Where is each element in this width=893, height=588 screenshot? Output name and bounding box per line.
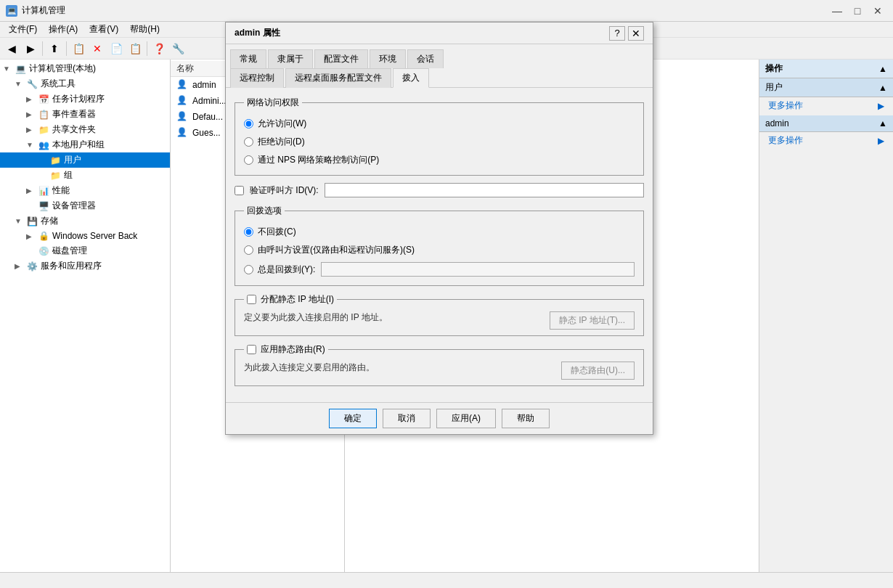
tree-item-diskmgmt[interactable]: 💿 磁盘管理 [0, 243, 170, 258]
disk-icon: 💿 [38, 245, 49, 257]
tree-item-localusers[interactable]: ▼ 👥 本地用户和组 [0, 137, 170, 152]
actions-more-actions-admin[interactable]: 更多操作 ▶ [759, 132, 893, 149]
tree-item-taskscheduler[interactable]: ▶ 📅 任务计划程序 [0, 91, 170, 107]
verify-caller-row: 验证呼叫方 ID(V): [235, 183, 644, 197]
toolbar-separator-3 [147, 41, 147, 56]
actions-more-icon: ▶ [878, 101, 884, 111]
calendar-icon: 📅 [38, 94, 49, 105]
expand-icon: ▶ [26, 232, 38, 240]
radio-always-callback[interactable]: 总是回拨到(Y): [244, 264, 315, 276]
radio-nps-access[interactable]: 通过 NPS 网络策略控制访问(P) [244, 154, 635, 166]
actions-more-admin-label: 更多操作 [768, 134, 803, 147]
radio-nps-label: 通过 NPS 网络策略控制访问(P) [258, 154, 379, 166]
minimize-button[interactable]: — [828, 4, 847, 18]
tab-remote-desktop[interactable]: 远程桌面服务配置文件 [285, 68, 391, 88]
tab-remote-control[interactable]: 远程控制 [230, 68, 284, 88]
menu-view[interactable]: 查看(V) [83, 22, 124, 37]
tree-item-windowsbackup[interactable]: ▶ 🔒 Windows Server Back [0, 229, 170, 243]
delete-button[interactable]: ✕ [89, 40, 106, 57]
up-button[interactable]: ⬆ [46, 40, 63, 57]
tab-profile[interactable]: 配置文件 [314, 49, 368, 68]
tree-label-services: 服务和应用程序 [41, 260, 102, 272]
view-button[interactable]: 📋 [70, 40, 87, 57]
back-button[interactable]: ◀ [3, 40, 20, 57]
actions-title-label: 操作 [765, 62, 783, 75]
list-item-label: Admini... [192, 96, 227, 106]
tree-item-users[interactable]: 📁 用户 [0, 152, 170, 168]
radio-deny-access[interactable]: 拒绝访问(D) [244, 136, 635, 148]
forward-button[interactable]: ▶ [22, 40, 39, 57]
dialog-close-button[interactable]: ✕ [628, 26, 644, 41]
settings-button[interactable]: 🔧 [169, 40, 187, 57]
actions-section-main: 操作 ▲ 用户 ▲ 更多操作 ▶ admin ▲ 更多操作 ▶ [759, 60, 893, 149]
static-route-legend: 应用静态路由(R) [244, 343, 328, 356]
menu-help[interactable]: 帮助(H) [124, 22, 166, 37]
menu-file[interactable]: 文件(F) [3, 22, 43, 37]
actions-more-actions-user[interactable]: 更多操作 ▶ [759, 97, 893, 114]
static-ip-legend-content: 分配静态 IP 地址(I) [247, 293, 334, 306]
tree-item-services[interactable]: ▶ ⚙️ 服务和应用程序 [0, 258, 170, 274]
tree-item-performance[interactable]: ▶ 📊 性能 [0, 183, 170, 198]
tab-environment[interactable]: 环境 [370, 49, 406, 68]
actions-collapse-icon: ▲ [878, 64, 887, 74]
tree-item-groups[interactable]: 📁 组 [0, 168, 170, 183]
tab-member-of[interactable]: 隶属于 [268, 49, 313, 68]
radio-caller-set-input[interactable] [244, 245, 253, 255]
tree-label-storage: 存储 [41, 215, 58, 227]
ok-button[interactable]: 确定 [329, 409, 377, 428]
tree-item-sharedfolders[interactable]: ▶ 📁 共享文件夹 [0, 122, 170, 137]
actions-admin-label: admin [765, 118, 789, 128]
verify-caller-input[interactable] [325, 183, 644, 197]
backup-icon: 🔒 [38, 230, 49, 242]
network-access-fieldset: 网络访问权限 允许访问(W) 拒绝访问(D) 通过 NPS 网络策略控制访问(P… [235, 97, 644, 176]
help-footer-button[interactable]: 帮助 [502, 409, 550, 428]
list-item-label: Gues... [192, 128, 221, 138]
actions-user-collapse-icon: ▲ [878, 83, 887, 93]
dialog-tabs-row1: 常规 隶属于 配置文件 环境 会话 [226, 44, 653, 68]
user-icon: 👤 [176, 127, 188, 139]
tab-general[interactable]: 常规 [230, 49, 266, 68]
verify-caller-label: 验证呼叫方 ID(V): [250, 184, 319, 197]
tree-item-devicemgr[interactable]: 🖥️ 设备管理器 [0, 198, 170, 213]
users-icon: 👥 [38, 139, 49, 151]
radio-deny-label: 拒绝访问(D) [258, 136, 305, 148]
verify-caller-checkbox[interactable] [235, 186, 244, 195]
apply-button[interactable]: 应用(A) [436, 409, 496, 428]
radio-always-callback-input[interactable] [244, 265, 253, 274]
radio-allow-access[interactable]: 允许访问(W) [244, 118, 635, 130]
radio-nps-input[interactable] [244, 155, 253, 165]
close-button[interactable]: ✕ [868, 4, 887, 18]
expand-icon: ▼ [3, 65, 15, 73]
cancel-button[interactable]: 取消 [383, 409, 431, 428]
radio-allow-input[interactable] [244, 119, 253, 128]
actions-user-label: 用户 [765, 81, 783, 94]
expand-icon: ▶ [26, 126, 38, 134]
static-route-button[interactable]: 静态路由(U)... [561, 362, 635, 380]
radio-deny-input[interactable] [244, 137, 253, 147]
user-icon: 👤 [176, 111, 188, 123]
static-ip-button[interactable]: 静态 IP 地址(T)... [550, 311, 635, 330]
actions-admin-collapse-icon: ▲ [878, 118, 887, 128]
tree-item-computer[interactable]: ▼ 💻 计算机管理(本地) [0, 61, 170, 76]
always-callback-input[interactable] [321, 262, 635, 277]
properties-button[interactable]: 📄 [107, 40, 125, 57]
tree-item-eventviewer[interactable]: ▶ 📋 事件查看器 [0, 107, 170, 122]
dialog-footer: 确定 取消 应用(A) 帮助 [226, 402, 653, 434]
radio-no-callback-input[interactable] [244, 227, 253, 237]
radio-no-callback[interactable]: 不回拨(C) [244, 226, 635, 238]
maximize-button[interactable]: □ [848, 4, 867, 18]
help-button[interactable]: ❓ [150, 40, 168, 57]
tab-session[interactable]: 会话 [407, 49, 444, 68]
tree-item-systools[interactable]: ▼ 🔧 系统工具 [0, 76, 170, 91]
tab-dialin[interactable]: 拨入 [393, 68, 429, 88]
menu-action[interactable]: 操作(A) [43, 22, 83, 37]
static-route-checkbox[interactable] [247, 345, 256, 354]
static-ip-checkbox[interactable] [247, 295, 256, 304]
radio-caller-set[interactable]: 由呼叫方设置(仅路由和远程访问服务)(S) [244, 244, 635, 256]
tree-label-systools: 系统工具 [41, 78, 76, 90]
copy-button[interactable]: 📋 [126, 40, 144, 57]
tree-item-storage[interactable]: ▼ 💾 存储 [0, 213, 170, 229]
dialog-help-button[interactable]: ? [609, 26, 625, 41]
tree-label-users: 用户 [64, 154, 81, 166]
tree-label-devicemgr: 设备管理器 [52, 200, 96, 212]
